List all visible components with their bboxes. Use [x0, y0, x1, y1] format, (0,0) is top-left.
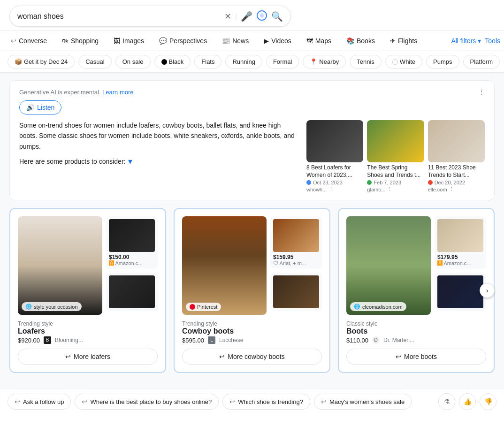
- trending-icon: ↩: [229, 398, 235, 405]
- location-icon: 📍: [310, 58, 317, 65]
- tab-converse[interactable]: ↩ Converse: [4, 33, 54, 49]
- suggestion-best-place[interactable]: ↩ Where is the best place to buy shoes o…: [75, 394, 219, 410]
- loafers-side-item-1[interactable]: $150.00 🅰 Amazon.c...: [106, 216, 158, 269]
- ai-image-card-1[interactable]: 8 Best Loafers for Women of 2023,... Oct…: [306, 120, 363, 192]
- ai-image-card-3[interactable]: 11 Best 2023 Shoe Trends to Start... Dec…: [428, 120, 485, 192]
- ai-image-3: [428, 120, 485, 162]
- tab-perspectives[interactable]: 💬 Perspectives: [152, 33, 214, 49]
- more-vert-icon-2[interactable]: ⋮: [387, 186, 392, 192]
- product-main-img-loafers[interactable]: 🌐 style your occasion: [18, 216, 102, 315]
- more-boots-button[interactable]: ↩ More boots: [346, 349, 486, 365]
- boots-side-items: $179.95 🅰 Amazon.c...: [435, 216, 486, 315]
- tab-news[interactable]: 📰 News: [215, 33, 256, 49]
- ai-image-card-2[interactable]: The Best Spring Shoes and Trends t... Fe…: [367, 120, 424, 192]
- loafers-name: Loafers: [18, 327, 158, 335]
- product-main-img-boots[interactable]: 🌐 cleomadison.com: [346, 216, 431, 315]
- boots-side-item-1[interactable]: $179.95 🅰 Amazon.c...: [435, 216, 486, 269]
- perspectives-icon: 💬: [159, 37, 167, 45]
- ai-expand-icon[interactable]: ▾: [128, 156, 132, 167]
- product-images-cowboy: Pinterest $159.95 🛡 Ariat, + m...: [182, 216, 322, 315]
- pinterest-icon: [190, 304, 195, 310]
- loafers-price-row: $920.00 B Blooming...: [18, 336, 158, 344]
- loafers-overlay-label: 🌐 style your occasion: [22, 302, 82, 311]
- filter-pill-white[interactable]: White: [385, 55, 422, 69]
- speaker-icon: 🔊: [26, 104, 34, 111]
- boots-side-item-2[interactable]: [435, 273, 486, 311]
- product-images-loafers: 🌐 style your occasion $150.00 🅰 Amazon.c…: [18, 216, 158, 315]
- tab-shopping-label: Shopping: [71, 37, 99, 45]
- ai-image-1: [306, 120, 363, 162]
- search-input[interactable]: [17, 12, 221, 21]
- tab-shopping[interactable]: 🛍 Shopping: [55, 33, 106, 49]
- thumbs-up-button[interactable]: 👍: [459, 393, 476, 410]
- converse-icon: ↩: [11, 37, 16, 45]
- filter-pill-running[interactable]: Running: [225, 55, 262, 69]
- filter-pill-casual[interactable]: Casual: [78, 55, 111, 69]
- filter-pill-flats[interactable]: Flats: [194, 55, 221, 69]
- tab-images[interactable]: 🖼 Images: [107, 33, 151, 49]
- loafers-side-item-2[interactable]: [106, 273, 158, 311]
- more-vert-icon-1[interactable]: ⋮: [328, 186, 334, 192]
- cowboy-price: $595.00: [182, 337, 204, 344]
- filter-pill-pumps[interactable]: Pumps: [426, 55, 459, 69]
- tab-books[interactable]: 📚 Books: [339, 33, 382, 49]
- books-icon: 📚: [346, 37, 354, 45]
- suggestion-ask-follow-up[interactable]: ↩ Ask a follow up: [8, 394, 71, 410]
- tab-flights[interactable]: ✈ Flights: [383, 33, 424, 49]
- filter-pill-on-sale[interactable]: On sale: [115, 55, 151, 69]
- ai-learn-more-link[interactable]: Learn more: [102, 89, 133, 96]
- cowboy-side-item-1[interactable]: $159.95 🛡 Ariat, + m...: [270, 216, 322, 269]
- lens-icon[interactable]: [256, 10, 267, 23]
- cowboy-style-label: Trending style: [182, 320, 322, 327]
- filter-pill-platform[interactable]: Platform: [463, 55, 500, 69]
- ai-box: Generative AI is experimental. Learn mor…: [9, 80, 495, 200]
- filter-pill-tennis[interactable]: Tennis: [350, 55, 382, 69]
- more-loafers-button[interactable]: ↩ More loafers: [18, 349, 158, 365]
- filter-pills-bar: 📦 Get it by Dec 24 Casual On sale Black …: [0, 51, 504, 73]
- product-main-img-cowboy[interactable]: Pinterest: [182, 216, 267, 315]
- mic-icon[interactable]: 🎤: [241, 11, 252, 22]
- suggestion-trending[interactable]: ↩ Which shoe is trending?: [222, 394, 310, 410]
- boots-name: Boots: [346, 327, 486, 335]
- loafers-side-img-1: [109, 219, 155, 252]
- products-scroll-right-button[interactable]: ›: [480, 283, 495, 298]
- cowboy-side-item-2[interactable]: [270, 273, 322, 311]
- more-vert-icon-3[interactable]: ⋮: [449, 186, 454, 192]
- nav-right: All filters ▾ Tools: [451, 37, 500, 45]
- ai-image-2: [367, 120, 424, 162]
- clear-icon[interactable]: ✕: [224, 11, 231, 22]
- boots-meta: Classic style Boots $110.00 D Dr. Marten…: [346, 320, 486, 344]
- tab-maps[interactable]: 🗺 Maps: [299, 33, 338, 49]
- suggestion-macys[interactable]: ↩ Macy's women's shoes sale: [314, 394, 412, 410]
- images-icon: 🖼: [114, 37, 120, 45]
- tools-button[interactable]: Tools: [485, 37, 500, 45]
- all-filters-button[interactable]: All filters ▾: [451, 37, 481, 45]
- flask-button[interactable]: ⚗: [438, 393, 455, 410]
- boots-side-img-1: [437, 219, 483, 252]
- tab-videos[interactable]: ▶ Videos: [257, 33, 298, 49]
- listen-button[interactable]: 🔊 Listen: [19, 100, 61, 114]
- filter-pill-formal[interactable]: Formal: [266, 55, 299, 69]
- filter-pill-nearby[interactable]: 📍 Nearby: [303, 55, 346, 69]
- cowboy-seller-name: Lucchese: [219, 337, 243, 343]
- ai-label: Generative AI is experimental. Learn mor…: [19, 89, 134, 96]
- loafers-seller-name: Blooming...: [55, 337, 83, 343]
- source-dot-3: [428, 180, 433, 185]
- tab-books-label: Books: [357, 37, 375, 45]
- suggestions-bar: ↩ Ask a follow up ↩ Where is the best pl…: [0, 388, 504, 415]
- filter-pill-get-it[interactable]: 📦 Get it by Dec 24: [8, 55, 75, 69]
- ai-image-source-2: Feb 7, 2023: [367, 180, 424, 185]
- search-submit-icon[interactable]: 🔍: [271, 11, 283, 22]
- loafers-side-price-1: $150.00: [109, 254, 155, 260]
- cowboy-overlay-label: Pinterest: [186, 303, 221, 311]
- thumbs-down-button[interactable]: 👎: [480, 393, 496, 410]
- boots-price-row: $110.00 D Dr. Marten...: [346, 336, 486, 344]
- boots-overlay-label: 🌐 cleomadison.com: [350, 302, 406, 311]
- filter-pill-black[interactable]: Black: [154, 55, 191, 69]
- loafers-side-items: $150.00 🅰 Amazon.c...: [106, 216, 158, 315]
- cowboy-seller-logo: L: [208, 336, 215, 344]
- ai-image-source-1: Oct 23, 2023: [306, 180, 363, 185]
- ai-more-icon[interactable]: ⋮: [478, 88, 485, 96]
- more-cowboy-boots-button[interactable]: ↩ More cowboy boots: [182, 349, 322, 365]
- loafers-side-img-2: [109, 275, 155, 308]
